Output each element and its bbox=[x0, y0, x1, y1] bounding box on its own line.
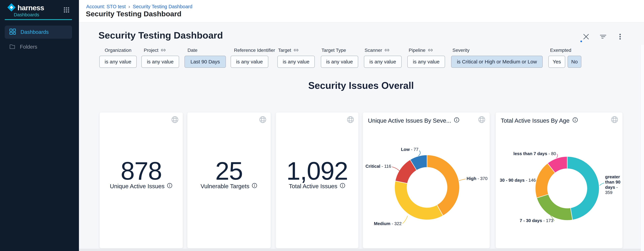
filter-label-exempted: Exempted bbox=[550, 48, 571, 53]
filter-chip-reference-identifier[interactable]: is any value bbox=[230, 56, 268, 68]
sidebar-item-dashboards[interactable]: Dashboards bbox=[5, 25, 72, 39]
page-title: Security Testing Dashboard bbox=[86, 10, 182, 18]
filter-label-severity: Severity bbox=[452, 48, 470, 53]
filter-chip-severity[interactable]: is Critical or High or Medium or Low bbox=[451, 56, 543, 68]
globe-icon[interactable] bbox=[171, 116, 179, 124]
label-leader-line bbox=[403, 216, 408, 224]
slice-label-less-than-7-days: less than 7 days - 80 bbox=[514, 151, 556, 156]
metric-value: 25 bbox=[187, 156, 271, 186]
label-leader-line bbox=[557, 154, 558, 158]
cursor-dot bbox=[580, 40, 582, 42]
chart-card-total-active-issues-by-age: Total Active Issues By Age greater than … bbox=[496, 112, 622, 248]
close-icon[interactable] bbox=[582, 33, 590, 40]
label-leader-line bbox=[418, 151, 420, 156]
label-leader-line bbox=[459, 179, 466, 181]
top-header-bar: Account: STO test › Security Testing Das… bbox=[79, 0, 644, 22]
metric-label: Vulnerable Targets bbox=[201, 183, 250, 190]
filter-label-project: Project bbox=[144, 48, 166, 53]
sidebar: harness Dashboards Dashboards Folders bbox=[0, 0, 79, 251]
sidebar-accent-divider bbox=[5, 19, 72, 20]
breadcrumb: Account: STO test › Security Testing Das… bbox=[86, 4, 192, 9]
slice-label-low: Low - 77 bbox=[401, 147, 418, 152]
metric-card-unique-active-issues: 878 Unique Active Issues bbox=[100, 112, 183, 248]
filter-chip-exempted-yes[interactable]: Yes bbox=[548, 56, 565, 68]
filter-label-pipeline: Pipeline bbox=[409, 48, 433, 53]
filter-chip-scanner[interactable]: is any value bbox=[364, 56, 402, 68]
slice-label-30-90-days: 30 - 90 days - 146 bbox=[500, 178, 536, 183]
info-icon[interactable] bbox=[340, 183, 346, 190]
dashboard-actions bbox=[582, 33, 624, 40]
sidebar-item-label: Dashboards bbox=[20, 29, 49, 35]
filter-chip-exempted-no[interactable]: No bbox=[568, 56, 582, 68]
filter-chip-organization[interactable]: is any value bbox=[99, 56, 137, 68]
dashboard-panel: Security Testing Dashboard Organization … bbox=[79, 22, 644, 251]
filter-label-scanner: Scanner bbox=[364, 48, 390, 53]
harness-logo-icon bbox=[8, 3, 16, 12]
slice-label-high: High - 370 bbox=[466, 176, 488, 181]
filter-chip-pipeline[interactable]: is any value bbox=[407, 56, 445, 68]
chart-card-unique-active-issues-by-severity: Unique Active Issues By Seve... High - 3… bbox=[363, 112, 490, 248]
link-icon bbox=[161, 48, 166, 53]
logo-text: harness bbox=[18, 4, 44, 12]
metric-label-row: Total Active Issues bbox=[276, 183, 358, 190]
breadcrumb-account-link[interactable]: Account: STO test bbox=[86, 4, 126, 9]
metric-value: 1,092 bbox=[276, 156, 358, 186]
folder-icon bbox=[9, 43, 16, 50]
sidebar-item-folders[interactable]: Folders bbox=[5, 42, 72, 52]
filter-chip-project[interactable]: is any value bbox=[142, 56, 179, 68]
slice-label-greater-than-90-days: greater than 90 days - 359 bbox=[605, 174, 624, 195]
harness-logo[interactable]: harness bbox=[8, 3, 44, 12]
filter-label-target-type: Target Type bbox=[322, 48, 346, 53]
section-title: Security Issues Overall bbox=[100, 80, 622, 91]
filter-icon[interactable] bbox=[599, 33, 607, 40]
metric-label: Unique Active Issues bbox=[110, 183, 164, 190]
slice-label-critical: Critical - 116 bbox=[366, 164, 391, 169]
donut-slice-high[interactable] bbox=[427, 155, 460, 216]
donut-chart-age: greater than 90 days - 3597 - 30 days - … bbox=[496, 112, 622, 248]
metric-value: 878 bbox=[100, 156, 183, 186]
donut-chart-severity: High - 370Medium - 322Critical - 116Low … bbox=[363, 112, 490, 248]
info-icon[interactable] bbox=[252, 183, 257, 190]
metric-label-row: Unique Active Issues bbox=[100, 183, 183, 190]
breadcrumb-current-link[interactable]: Security Testing Dashboard bbox=[133, 4, 192, 9]
filter-chip-target[interactable]: is any value bbox=[278, 56, 315, 68]
kebab-menu-icon[interactable] bbox=[616, 33, 624, 40]
globe-icon[interactable] bbox=[346, 116, 354, 124]
sidebar-product-label: Dashboards bbox=[14, 12, 39, 17]
metric-label: Total Active Issues bbox=[289, 183, 337, 190]
globe-icon[interactable] bbox=[259, 116, 266, 124]
info-icon[interactable] bbox=[167, 183, 172, 190]
harness-dashboard-page: { "sidebar": { "logo_text": "harness", "… bbox=[0, 0, 644, 251]
slice-label-7-30-days: 7 - 30 days - 173 bbox=[520, 218, 553, 223]
vertical-scrollbar[interactable] bbox=[641, 45, 644, 251]
filter-chip-date[interactable]: Last 90 Days bbox=[184, 56, 226, 68]
donut-slice-medium[interactable] bbox=[394, 181, 443, 220]
link-icon bbox=[384, 48, 390, 53]
link-icon bbox=[294, 48, 298, 53]
filter-chip-target-type[interactable]: is any value bbox=[321, 56, 358, 68]
dashboard-title: Security Testing Dashboard bbox=[98, 30, 223, 41]
donut-slice-greater-than-90-days[interactable] bbox=[567, 156, 599, 220]
dashboard-bottom-band bbox=[79, 249, 641, 251]
filter-label-reference-identifier: Reference Identifier bbox=[234, 48, 275, 53]
dashboards-grid-icon bbox=[9, 28, 16, 36]
filter-label-target: Target bbox=[278, 48, 298, 53]
apps-grid-icon[interactable] bbox=[63, 7, 70, 14]
filter-label-organization: Organization bbox=[105, 48, 132, 53]
metric-card-vulnerable-targets: 25 Vulnerable Targets bbox=[187, 112, 271, 248]
filter-label-date: Date bbox=[188, 48, 198, 53]
link-icon bbox=[428, 48, 433, 53]
chevron-right-icon: › bbox=[128, 4, 130, 9]
sidebar-item-label: Folders bbox=[20, 44, 37, 50]
slice-label-medium: Medium - 322 bbox=[374, 221, 402, 226]
metric-card-total-active-issues: 1,092 Total Active Issues bbox=[276, 112, 358, 248]
label-leader-line bbox=[600, 183, 604, 185]
donut-slice-7-30-days[interactable] bbox=[537, 194, 573, 220]
metric-label-row: Vulnerable Targets bbox=[187, 183, 271, 190]
